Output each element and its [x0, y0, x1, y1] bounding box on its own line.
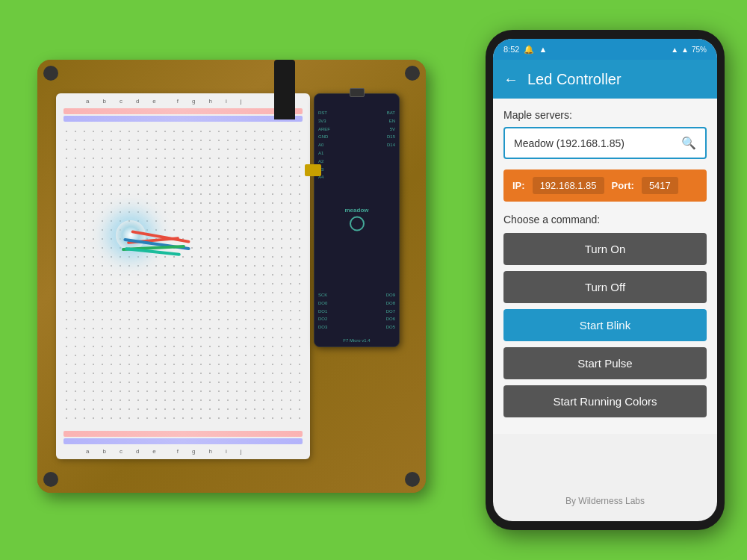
battery-level: 75% — [692, 46, 707, 54]
jst-connector — [305, 164, 321, 176]
sync-icon: ▲ — [539, 45, 547, 54]
server-name: Meadow (192.168.1.85) — [514, 137, 624, 149]
breadboard: abcde fghij abcde fghij — [56, 93, 310, 459]
meadow-board: RST3V3AREFGND A0A1A2A3A4 BATEN5VD15 D14 … — [314, 93, 400, 347]
server-section-label: Maple servers: — [503, 109, 707, 121]
command-label: Choose a command: — [503, 214, 707, 225]
ip-label: IP: — [512, 180, 525, 191]
server-search-icon[interactable]: 🔍 — [681, 136, 696, 150]
led-glow — [116, 220, 146, 250]
corner-bolt-tl — [43, 66, 58, 81]
port-value: 5417 — [642, 177, 678, 194]
status-right: ▲ ▲ 75% — [671, 46, 707, 54]
usb-cable — [274, 60, 295, 119]
notification-icon: 🔔 — [524, 45, 534, 55]
turn-off-button[interactable]: Turn Off — [503, 271, 707, 303]
corner-bolt-br — [405, 472, 420, 487]
back-button[interactable]: ← — [503, 71, 518, 88]
phone-screen: 8:52 🔔 ▲ ▲ ▲ 75% ← Led Controller Maple … — [493, 39, 717, 521]
port-label: Port: — [612, 180, 634, 191]
breadboard-photo: abcde fghij abcde fghij — [37, 60, 426, 493]
signal-icon: ▲ — [681, 46, 689, 54]
status-bar: 8:52 🔔 ▲ ▲ ▲ 75% — [493, 39, 717, 60]
start-pulse-button[interactable]: Start Pulse — [503, 347, 707, 379]
footer-text: By Wilderness Labs — [565, 496, 645, 506]
app-content: Maple servers: Meadow (192.168.1.85) 🔍 I… — [493, 99, 717, 434]
ip-row: IP: 192.168.1.85 Port: 5417 — [503, 169, 707, 202]
status-time: 8:52 — [503, 45, 519, 54]
ip-value: 192.168.1.85 — [533, 177, 604, 194]
phone-body: 8:52 🔔 ▲ ▲ ▲ 75% ← Led Controller Maple … — [486, 30, 725, 530]
start-blink-button[interactable]: Start Blink — [503, 309, 707, 341]
app-header: ← Led Controller — [493, 60, 717, 99]
turn-on-button[interactable]: Turn On — [503, 233, 707, 265]
corner-bolt-bl — [43, 472, 58, 487]
status-left: 8:52 🔔 ▲ — [503, 45, 547, 55]
corner-bolt-tr — [405, 66, 420, 81]
phone-footer: By Wilderness Labs — [493, 496, 717, 506]
phone: 8:52 🔔 ▲ ▲ ▲ 75% ← Led Controller Maple … — [486, 30, 725, 530]
wifi-icon: ▲ — [671, 46, 678, 54]
server-selector[interactable]: Meadow (192.168.1.85) 🔍 — [503, 127, 707, 159]
app-title: Led Controller — [527, 71, 622, 88]
start-running-colors-button[interactable]: Start Running Colors — [503, 385, 707, 417]
